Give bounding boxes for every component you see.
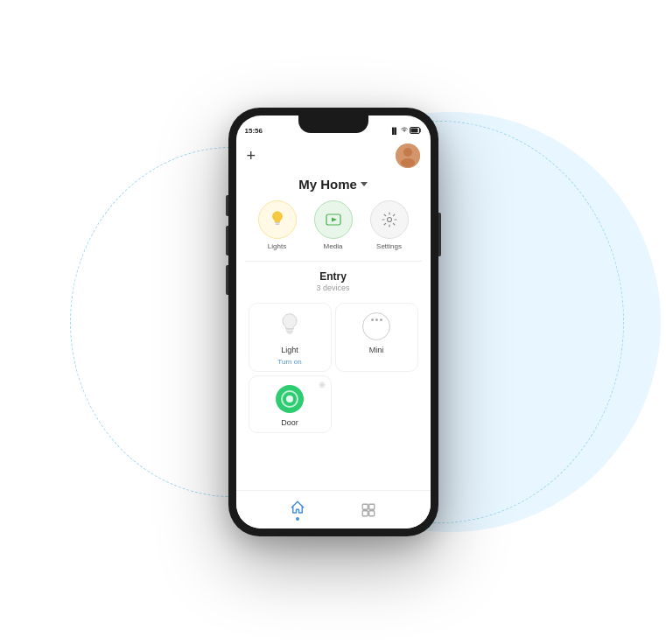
device-card-door[interactable]: Door (249, 375, 332, 433)
home-title[interactable]: My Home (236, 177, 431, 192)
device-card-mini[interactable]: Mini (335, 303, 418, 372)
phone-screen: 15:56 ▐▌ (236, 116, 431, 528)
phone-notch (298, 116, 368, 133)
phone-mute-button (226, 195, 228, 216)
scenes-nav-icon (361, 502, 376, 518)
nav-home[interactable] (290, 500, 305, 521)
app-header: + (236, 140, 431, 173)
svg-rect-6 (275, 224, 279, 225)
mini-dots (371, 318, 382, 321)
light-device-name: Light (281, 346, 298, 354)
svg-rect-12 (287, 332, 291, 333)
door-device-name: Door (281, 418, 298, 427)
lights-label: Lights (268, 242, 286, 250)
mini-device-icon (361, 311, 392, 342)
lights-circle (258, 200, 297, 239)
svg-point-9 (387, 218, 391, 222)
phone-volume-up-button (226, 226, 228, 256)
media-label: Media (324, 242, 343, 250)
settings-circle (370, 200, 409, 239)
mini-circle (362, 312, 390, 340)
svg-rect-1 (410, 128, 417, 132)
lights-icon (269, 210, 286, 229)
media-circle (314, 200, 353, 239)
add-button[interactable]: + (247, 148, 256, 164)
action-media[interactable]: Media (314, 200, 353, 250)
mini-dot-1 (371, 318, 374, 321)
battery-icon (410, 127, 422, 135)
svg-rect-15 (369, 504, 375, 509)
phone-volume-down-button (226, 265, 228, 295)
home-title-section: My Home (236, 173, 431, 200)
quick-actions: Lights Media (236, 200, 431, 261)
action-lights[interactable]: Lights (258, 200, 297, 250)
settings-icon (381, 211, 398, 228)
avatar[interactable] (396, 144, 420, 168)
home-nav-icon (290, 500, 305, 515)
home-nav-active-dot (296, 517, 299, 521)
svg-rect-11 (286, 331, 293, 332)
door-center (286, 396, 293, 402)
nav-scenes[interactable] (361, 502, 376, 518)
svg-point-4 (401, 158, 415, 167)
room-device-count: 3 devices (249, 284, 418, 292)
light-device-action[interactable]: Turn on (277, 358, 301, 366)
phone-power-button (438, 213, 441, 256)
chevron-down-icon (361, 182, 368, 186)
svg-rect-14 (362, 504, 368, 509)
mini-dot-3 (380, 318, 382, 321)
room-name: Entry (249, 270, 418, 283)
svg-point-13 (320, 384, 322, 386)
light-device-icon (274, 311, 305, 342)
phone-shell: 15:56 ▐▌ (228, 108, 438, 536)
door-circle (276, 385, 304, 413)
svg-rect-16 (362, 510, 368, 515)
door-device-icon (274, 383, 305, 415)
wifi-icon (401, 127, 408, 134)
action-settings[interactable]: Settings (370, 200, 409, 250)
svg-rect-17 (369, 510, 375, 515)
status-time: 15:56 (245, 127, 263, 135)
door-inner (281, 390, 298, 408)
mini-dot-2 (375, 318, 378, 321)
status-icons: ▐▌ (390, 127, 422, 135)
device-card-light[interactable]: Light Turn on (249, 303, 332, 372)
room-section: Entry 3 devices (236, 262, 431, 298)
svg-point-3 (403, 148, 412, 157)
mini-device-name: Mini (369, 346, 384, 354)
home-title-text: My Home (298, 177, 357, 192)
signal-icon: ▐▌ (390, 128, 399, 134)
media-icon (325, 211, 342, 228)
bottom-nav (236, 490, 431, 528)
settings-label: Settings (376, 242, 402, 250)
svg-rect-5 (275, 222, 280, 223)
bulb-icon (277, 312, 302, 340)
device-grid: Light Turn on Mini (236, 298, 431, 438)
svg-rect-10 (286, 329, 294, 331)
door-settings-icon[interactable] (319, 382, 326, 390)
svg-marker-8 (332, 218, 337, 222)
app-content: + My Home (236, 140, 431, 490)
